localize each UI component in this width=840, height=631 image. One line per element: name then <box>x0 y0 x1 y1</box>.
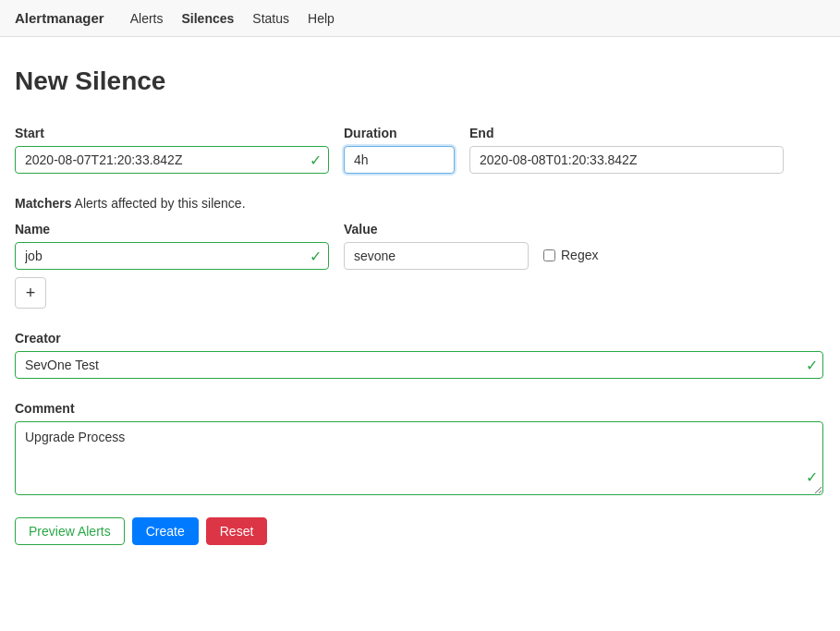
nav-help[interactable]: Help <box>300 7 342 30</box>
matchers-label: Matchers <box>15 196 71 211</box>
page-title: New Silence <box>15 67 825 96</box>
comment-wrapper: Upgrade Process ✓ <box>15 421 825 495</box>
navbar: Alertmanager Alerts Silences Status Help <box>0 0 840 37</box>
end-label: End <box>469 126 784 140</box>
matcher-name-input[interactable] <box>15 242 329 270</box>
matcher-value-wrapper <box>344 242 529 270</box>
add-icon: + <box>26 284 36 303</box>
start-input[interactable] <box>15 146 329 174</box>
nav-alerts[interactable]: Alerts <box>123 7 171 30</box>
end-input-wrapper <box>469 146 784 174</box>
creator-group: Creator ✓ <box>15 331 825 379</box>
button-row: Preview Alerts Create Reset <box>15 517 825 545</box>
duration-input-wrapper <box>344 146 455 174</box>
main-content: New Silence Start ✓ Duration End Matcher… <box>0 37 840 575</box>
add-matcher-button[interactable]: + <box>15 277 46 309</box>
comment-section: Comment Upgrade Process ✓ <box>15 401 825 495</box>
creator-input[interactable] <box>15 351 823 379</box>
nav-status[interactable]: Status <box>245 7 297 30</box>
regex-checkbox[interactable] <box>543 249 555 261</box>
creator-label: Creator <box>15 331 825 346</box>
regex-text: Regex <box>561 248 598 262</box>
comment-check-icon: ✓ <box>806 468 818 486</box>
duration-group: Duration <box>344 126 455 174</box>
matcher-labels-row: Name Value <box>15 222 825 237</box>
end-group: End <box>469 126 784 174</box>
regex-label: Regex <box>543 248 598 270</box>
creator-input-wrapper: ✓ <box>15 351 825 379</box>
matchers-header: Matchers Alerts affected by this silence… <box>15 196 825 211</box>
comment-textarea[interactable]: Upgrade Process <box>15 421 823 495</box>
comment-group: Comment Upgrade Process ✓ <box>15 401 825 495</box>
matchers-section: Matchers Alerts affected by this silence… <box>15 196 825 309</box>
start-label: Start <box>15 126 329 140</box>
matchers-desc: Alerts affected by this silence. <box>71 196 245 211</box>
reset-button[interactable]: Reset <box>206 517 268 545</box>
preview-alerts-button[interactable]: Preview Alerts <box>15 517 125 545</box>
matcher-name-wrapper: ✓ <box>15 242 329 270</box>
nav-silences[interactable]: Silences <box>175 7 242 30</box>
creator-section: Creator ✓ <box>15 331 825 379</box>
end-input[interactable] <box>469 146 784 174</box>
navbar-nav: Alerts Silences Status Help <box>123 11 342 26</box>
matcher-row: ✓ Regex <box>15 242 825 270</box>
value-label: Value <box>344 222 378 237</box>
start-group: Start ✓ <box>15 126 329 174</box>
matcher-value-input[interactable] <box>344 242 529 270</box>
duration-label: Duration <box>344 126 455 140</box>
start-input-wrapper: ✓ <box>15 146 329 174</box>
comment-label: Comment <box>15 401 825 416</box>
name-label: Name <box>15 222 50 237</box>
navbar-brand: Alertmanager <box>15 10 104 26</box>
time-row: Start ✓ Duration End <box>15 126 825 174</box>
duration-input[interactable] <box>344 146 455 174</box>
create-button[interactable]: Create <box>132 517 199 545</box>
